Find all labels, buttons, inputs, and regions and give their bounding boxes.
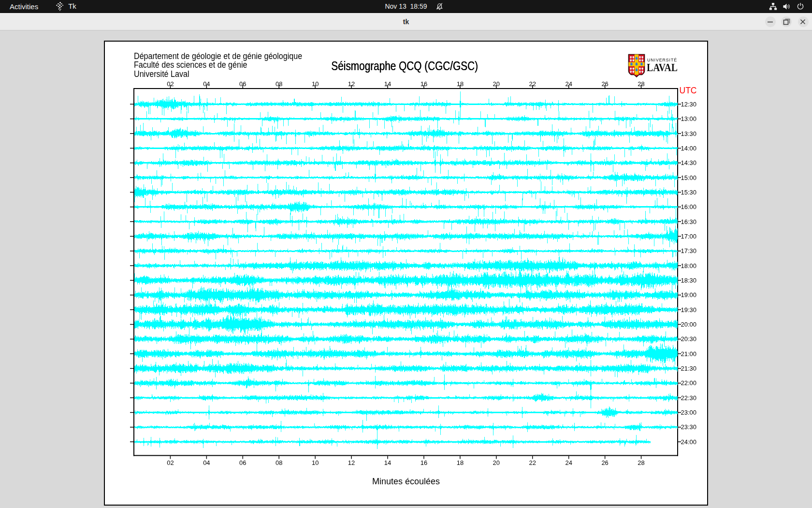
svg-text:LAVAL: LAVAL (647, 61, 678, 74)
